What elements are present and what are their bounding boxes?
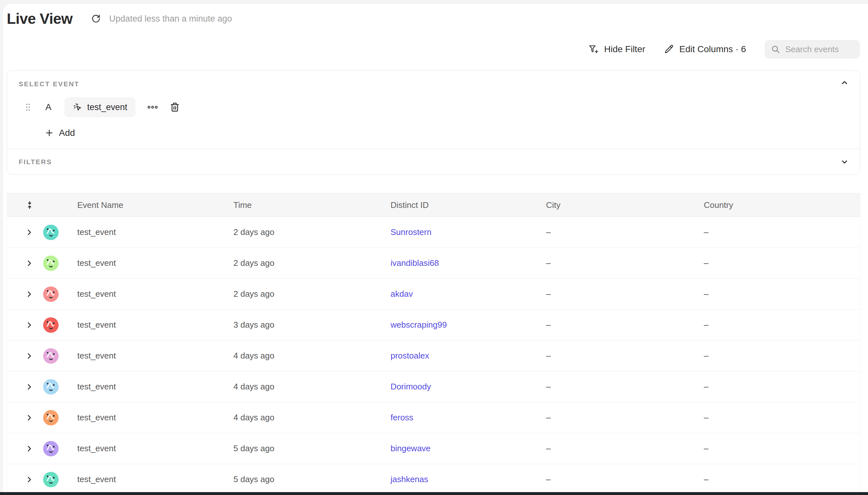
hide-filter-label: Hide Filter — [604, 44, 645, 54]
chevron-right-icon — [25, 290, 33, 298]
cell-distinct-id-link[interactable]: bingewave — [391, 444, 430, 453]
column-header-country[interactable]: Country — [704, 200, 860, 210]
refresh-button[interactable] — [88, 11, 103, 26]
cell-time: 4 days ago — [234, 382, 391, 392]
select-event-section-label: SELECT EVENT — [19, 80, 80, 88]
avatar — [43, 317, 58, 333]
avatar — [43, 287, 58, 302]
cell-country: – — [704, 444, 860, 454]
chevron-right-icon — [25, 352, 33, 360]
cell-city: – — [546, 351, 704, 361]
cell-distinct-id-link[interactable]: feross — [391, 413, 413, 422]
cell-country: – — [704, 474, 860, 484]
edit-columns-button[interactable]: Edit Columns · 6 — [664, 44, 746, 54]
avatar — [43, 379, 58, 395]
table-row[interactable]: test_event 5 days ago bingewave – – — [7, 433, 860, 464]
table-row[interactable]: test_event 5 days ago jashkenas – – — [7, 464, 860, 495]
cell-distinct-id-link[interactable]: Sunrostern — [391, 227, 431, 237]
cell-time: 2 days ago — [234, 227, 391, 237]
row-expand-button[interactable] — [23, 257, 35, 269]
cell-event-name: test_event — [77, 413, 234, 423]
cell-city: – — [546, 444, 704, 454]
search-input[interactable] — [785, 45, 854, 54]
chevron-right-icon — [25, 259, 33, 268]
table-row[interactable]: test_event 4 days ago feross – – — [7, 402, 860, 433]
cell-distinct-id-link[interactable]: jashkenas — [391, 474, 428, 484]
column-header-distinct-id[interactable]: Distinct ID — [391, 200, 546, 210]
cell-event-name: test_event — [77, 320, 234, 330]
column-header-city[interactable]: City — [546, 200, 704, 210]
cell-time: 3 days ago — [234, 320, 391, 330]
row-expand-button[interactable] — [23, 412, 35, 424]
row-expand-button[interactable] — [23, 443, 35, 455]
column-header-event-name[interactable]: Event Name — [77, 200, 234, 210]
row-expand-button[interactable] — [23, 381, 35, 393]
cell-country: – — [704, 258, 860, 268]
table-row[interactable]: test_event 4 days ago prostoalex – – — [7, 341, 860, 371]
edit-columns-label: Edit Columns · 6 — [679, 44, 746, 54]
avatar — [43, 410, 58, 426]
column-header-time[interactable]: Time — [234, 200, 391, 210]
row-expand-button[interactable] — [23, 226, 35, 238]
cell-time: 5 days ago — [234, 444, 391, 454]
cell-time: 2 days ago — [234, 258, 391, 268]
avatar — [43, 225, 58, 240]
chevron-down-icon — [840, 157, 849, 166]
row-expand-button[interactable] — [23, 474, 35, 486]
row-expand-button[interactable] — [23, 288, 35, 300]
cell-country: – — [704, 320, 860, 330]
cell-distinct-id-link[interactable]: prostoalex — [391, 351, 429, 360]
cell-time: 2 days ago — [234, 289, 391, 299]
chevron-right-icon — [25, 321, 33, 329]
cell-event-name: test_event — [77, 382, 234, 392]
cell-distinct-id-link[interactable]: akdav — [391, 289, 413, 299]
chevron-right-icon — [25, 444, 33, 453]
cell-event-name: test_event — [77, 444, 234, 454]
filters-section[interactable]: FILTERS — [7, 149, 860, 175]
cell-city: – — [546, 474, 704, 484]
plus-icon — [45, 129, 54, 137]
search-icon — [771, 45, 780, 54]
drag-handle-icon — [25, 103, 31, 112]
cell-event-name: test_event — [77, 474, 234, 484]
cell-city: – — [546, 258, 704, 268]
cell-city: – — [546, 413, 704, 423]
cell-event-name: test_event — [77, 289, 234, 299]
event-chip-label: test_event — [87, 102, 127, 112]
event-selector-chip[interactable]: test_event — [64, 97, 136, 117]
cell-country: – — [704, 351, 860, 361]
cell-event-name: test_event — [77, 351, 234, 361]
collapse-select-event-button[interactable] — [838, 76, 851, 89]
table-row[interactable]: test_event 2 days ago ivandiblasi68 – – — [7, 248, 860, 279]
add-event-button[interactable]: Add — [45, 125, 75, 141]
expand-filters-button[interactable] — [838, 155, 851, 168]
search-box[interactable] — [765, 40, 860, 58]
cell-distinct-id-link[interactable]: ivandiblasi68 — [391, 258, 439, 268]
chevron-right-icon — [25, 475, 33, 484]
cell-country: – — [704, 289, 860, 299]
cell-event-name: test_event — [77, 258, 234, 268]
event-more-options-button[interactable] — [145, 103, 160, 112]
hide-filter-button[interactable]: Hide Filter — [589, 44, 645, 54]
row-expand-button[interactable] — [23, 319, 35, 331]
event-delete-button[interactable] — [168, 101, 181, 114]
cell-country: – — [704, 227, 860, 237]
more-icon — [147, 105, 158, 110]
bottom-bar — [0, 492, 868, 495]
avatar — [43, 348, 58, 364]
cell-event-name: test_event — [77, 227, 234, 237]
table-row[interactable]: test_event 4 days ago Dorimoody – – — [7, 371, 860, 402]
cell-distinct-id-link[interactable]: webscraping99 — [391, 320, 447, 329]
row-expand-button[interactable] — [23, 350, 35, 362]
cursor-click-icon — [73, 102, 82, 112]
cell-city: – — [546, 227, 704, 237]
table-row[interactable]: test_event 2 days ago Sunrostern – – — [7, 217, 860, 248]
cell-time: 4 days ago — [234, 413, 391, 423]
cell-distinct-id-link[interactable]: Dorimoody — [391, 382, 431, 391]
event-row: A test_event — [25, 97, 181, 117]
drag-handle[interactable] — [25, 103, 31, 112]
collapse-all-rows-button[interactable] — [24, 199, 35, 211]
cell-country: – — [704, 382, 860, 392]
table-row[interactable]: test_event 2 days ago akdav – – — [7, 279, 860, 310]
table-row[interactable]: test_event 3 days ago webscraping99 – – — [7, 310, 860, 341]
